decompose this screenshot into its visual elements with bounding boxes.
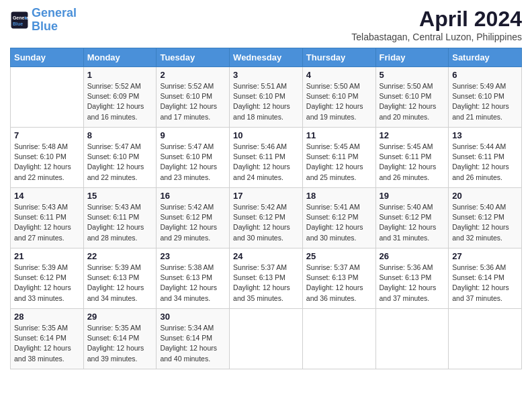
page-header: General Blue General Blue April 2024 Tel… [10,7,522,42]
day-info: Sunrise: 5:47 AMSunset: 6:10 PMDaylight:… [87,142,153,183]
day-info: Sunrise: 5:45 AMSunset: 6:11 PMDaylight:… [380,142,445,183]
day-number: 6 [452,70,518,80]
day-number: 21 [14,251,80,261]
calendar-cell: 18Sunrise: 5:41 AMSunset: 6:12 PMDayligh… [302,188,375,248]
calendar-cell: 26Sunrise: 5:36 AMSunset: 6:13 PMDayligh… [375,248,449,309]
day-info: Sunrise: 5:45 AMSunset: 6:11 PMDaylight:… [306,142,372,183]
day-info: Sunrise: 5:37 AMSunset: 6:13 PMDaylight:… [233,263,299,304]
day-number: 30 [160,312,226,322]
logo-text: General Blue [32,7,77,34]
day-info: Sunrise: 5:40 AMSunset: 6:12 PMDaylight:… [380,202,445,243]
title-block: April 2024 Telabastagan, Central Luzon, … [351,7,522,42]
calendar-cell: 17Sunrise: 5:42 AMSunset: 6:12 PMDayligh… [230,188,303,248]
page-subtitle: Telabastagan, Central Luzon, Philippines [351,32,522,42]
calendar-week-5: 28Sunrise: 5:35 AMSunset: 6:14 PMDayligh… [11,309,522,369]
day-number: 11 [306,130,372,140]
calendar-cell: 1Sunrise: 5:52 AMSunset: 6:09 PMDaylight… [83,67,157,128]
day-info: Sunrise: 5:42 AMSunset: 6:12 PMDaylight:… [160,202,226,243]
day-number: 22 [87,251,153,261]
day-info: Sunrise: 5:39 AMSunset: 6:13 PMDaylight:… [87,263,153,304]
calendar-cell: 10Sunrise: 5:46 AMSunset: 6:11 PMDayligh… [230,128,303,188]
day-info: Sunrise: 5:43 AMSunset: 6:11 PMDaylight:… [14,202,80,243]
day-number: 4 [306,70,372,80]
day-number: 14 [14,191,80,201]
calendar-cell: 19Sunrise: 5:40 AMSunset: 6:12 PMDayligh… [375,188,449,248]
calendar-cell: 21Sunrise: 5:39 AMSunset: 6:12 PMDayligh… [11,248,84,309]
weekday-header-wednesday: Wednesday [230,48,303,67]
day-number: 12 [380,130,445,140]
calendar-week-1: 1Sunrise: 5:52 AMSunset: 6:09 PMDaylight… [11,67,522,128]
logo-icon: General Blue [10,11,29,30]
day-info: Sunrise: 5:36 AMSunset: 6:14 PMDaylight:… [452,263,518,304]
day-number: 25 [306,251,372,261]
calendar-cell: 14Sunrise: 5:43 AMSunset: 6:11 PMDayligh… [11,188,84,248]
day-info: Sunrise: 5:43 AMSunset: 6:11 PMDaylight:… [87,202,153,243]
day-info: Sunrise: 5:35 AMSunset: 6:14 PMDaylight:… [14,323,80,364]
day-info: Sunrise: 5:38 AMSunset: 6:13 PMDaylight:… [160,263,226,304]
day-number: 7 [14,130,80,140]
calendar-cell: 30Sunrise: 5:34 AMSunset: 6:14 PMDayligh… [157,309,230,369]
day-number: 2 [160,70,226,80]
day-number: 27 [452,251,518,261]
page-title: April 2024 [351,7,522,32]
calendar-cell: 23Sunrise: 5:38 AMSunset: 6:13 PMDayligh… [157,248,230,309]
calendar-cell: 2Sunrise: 5:52 AMSunset: 6:10 PMDaylight… [157,67,230,128]
day-info: Sunrise: 5:36 AMSunset: 6:13 PMDaylight:… [380,263,445,304]
calendar-cell: 25Sunrise: 5:37 AMSunset: 6:13 PMDayligh… [302,248,375,309]
day-number: 15 [87,191,153,201]
day-info: Sunrise: 5:50 AMSunset: 6:10 PMDaylight:… [380,81,445,122]
day-number: 3 [233,70,299,80]
calendar-week-2: 7Sunrise: 5:48 AMSunset: 6:10 PMDaylight… [11,128,522,188]
calendar-cell: 24Sunrise: 5:37 AMSunset: 6:13 PMDayligh… [230,248,303,309]
calendar-cell [449,309,522,369]
calendar-table: SundayMondayTuesdayWednesdayThursdayFrid… [10,48,522,369]
day-number: 29 [87,312,153,322]
calendar-cell: 8Sunrise: 5:47 AMSunset: 6:10 PMDaylight… [83,128,157,188]
calendar-cell: 12Sunrise: 5:45 AMSunset: 6:11 PMDayligh… [375,128,449,188]
calendar-cell [302,309,375,369]
day-number: 8 [87,130,153,140]
day-number: 9 [160,130,226,140]
day-info: Sunrise: 5:52 AMSunset: 6:10 PMDaylight:… [160,81,226,122]
weekday-header-friday: Friday [375,48,449,67]
day-info: Sunrise: 5:47 AMSunset: 6:10 PMDaylight:… [160,142,226,183]
day-number: 17 [233,191,299,201]
day-number: 10 [233,130,299,140]
weekday-header-sunday: Sunday [11,48,84,67]
calendar-cell: 7Sunrise: 5:48 AMSunset: 6:10 PMDaylight… [11,128,84,188]
calendar-cell: 4Sunrise: 5:50 AMSunset: 6:10 PMDaylight… [302,67,375,128]
calendar-cell: 20Sunrise: 5:40 AMSunset: 6:12 PMDayligh… [449,188,522,248]
day-number: 24 [233,251,299,261]
calendar-cell: 9Sunrise: 5:47 AMSunset: 6:10 PMDaylight… [157,128,230,188]
day-info: Sunrise: 5:52 AMSunset: 6:09 PMDaylight:… [87,81,153,122]
calendar-week-4: 21Sunrise: 5:39 AMSunset: 6:12 PMDayligh… [11,248,522,309]
day-info: Sunrise: 5:50 AMSunset: 6:10 PMDaylight:… [306,81,372,122]
calendar-cell: 6Sunrise: 5:49 AMSunset: 6:10 PMDaylight… [449,67,522,128]
weekday-header-saturday: Saturday [449,48,522,67]
day-info: Sunrise: 5:42 AMSunset: 6:12 PMDaylight:… [233,202,299,243]
logo-general: General [32,6,77,19]
calendar-cell [11,67,84,128]
day-number: 18 [306,191,372,201]
day-number: 5 [380,70,445,80]
calendar-cell [375,309,449,369]
day-number: 19 [380,191,445,201]
calendar-cell: 15Sunrise: 5:43 AMSunset: 6:11 PMDayligh… [83,188,157,248]
day-info: Sunrise: 5:41 AMSunset: 6:12 PMDaylight:… [306,202,372,243]
logo: General Blue General Blue [10,7,77,34]
calendar-cell: 27Sunrise: 5:36 AMSunset: 6:14 PMDayligh… [449,248,522,309]
day-number: 16 [160,191,226,201]
day-number: 13 [452,130,518,140]
day-info: Sunrise: 5:44 AMSunset: 6:11 PMDaylight:… [452,142,518,183]
day-info: Sunrise: 5:40 AMSunset: 6:12 PMDaylight:… [452,202,518,243]
day-info: Sunrise: 5:35 AMSunset: 6:14 PMDaylight:… [87,323,153,364]
day-info: Sunrise: 5:49 AMSunset: 6:10 PMDaylight:… [452,81,518,122]
calendar-cell: 28Sunrise: 5:35 AMSunset: 6:14 PMDayligh… [11,309,84,369]
calendar-cell: 22Sunrise: 5:39 AMSunset: 6:13 PMDayligh… [83,248,157,309]
calendar-cell [230,309,303,369]
calendar-cell: 5Sunrise: 5:50 AMSunset: 6:10 PMDaylight… [375,67,449,128]
logo-blue: Blue [32,19,58,33]
weekday-header-monday: Monday [83,48,157,67]
day-number: 23 [160,251,226,261]
weekday-header-tuesday: Tuesday [157,48,230,67]
